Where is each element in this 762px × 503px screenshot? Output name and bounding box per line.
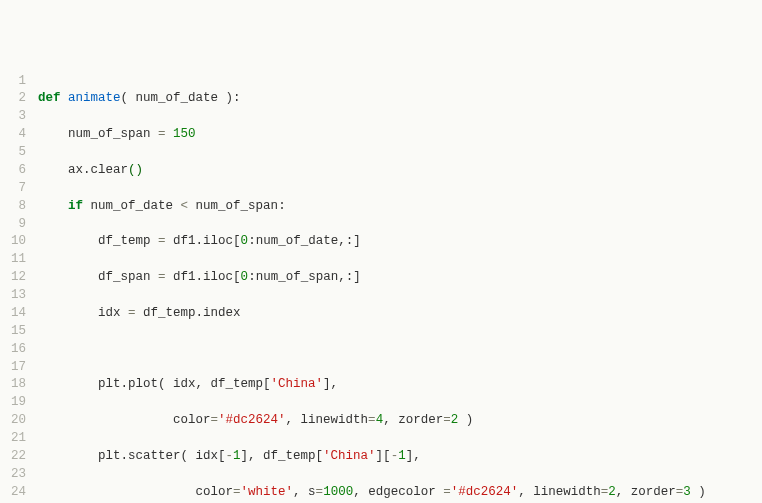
code-line[interactable]: num_of_span = 150 [38,126,762,144]
code-area[interactable]: def animate( num_of_date ): num_of_span … [36,72,762,504]
line-number: 10 [0,233,26,251]
line-number: 13 [0,287,26,305]
code-editor[interactable]: 1234567891011121314151617181920212223242… [0,72,762,504]
line-number: 18 [0,376,26,394]
code-line[interactable]: ax.clear() [38,162,762,180]
line-number: 22 [0,448,26,466]
code-line[interactable]: plt.plot( idx, df_temp['China'], [38,376,762,394]
code-line[interactable]: color='white', s=1000, edgecolor ='#dc26… [38,484,762,502]
line-number: 23 [0,466,26,484]
line-number-gutter: 1234567891011121314151617181920212223242… [0,72,36,504]
code-line[interactable]: if num_of_date < num_of_span: [38,198,762,216]
line-number: 21 [0,430,26,448]
line-number: 20 [0,412,26,430]
code-line[interactable]: df_temp = df1.iloc[0:num_of_date,:] [38,233,762,251]
line-number: 7 [0,180,26,198]
code-line[interactable]: idx = df_temp.index [38,305,762,323]
code-line[interactable]: def animate( num_of_date ): [38,90,762,108]
line-number: 14 [0,305,26,323]
code-line[interactable]: df_span = df1.iloc[0:num_of_span,:] [38,269,762,287]
line-number: 2 [0,90,26,108]
line-number: 15 [0,323,26,341]
line-number: 8 [0,198,26,216]
line-number: 5 [0,144,26,162]
code-line[interactable]: plt.scatter( idx[-1], df_temp['China'][-… [38,448,762,466]
line-number: 16 [0,341,26,359]
line-number: 17 [0,359,26,377]
code-line[interactable]: color='#dc2624', linewidth=4, zorder=2 ) [38,412,762,430]
line-number: 24 [0,484,26,502]
line-number: 1 [0,73,26,91]
line-number: 3 [0,108,26,126]
line-number: 11 [0,251,26,269]
line-number: 19 [0,394,26,412]
line-number: 12 [0,269,26,287]
line-number: 4 [0,126,26,144]
line-number: 6 [0,162,26,180]
line-number: 9 [0,216,26,234]
code-line[interactable] [38,341,762,359]
